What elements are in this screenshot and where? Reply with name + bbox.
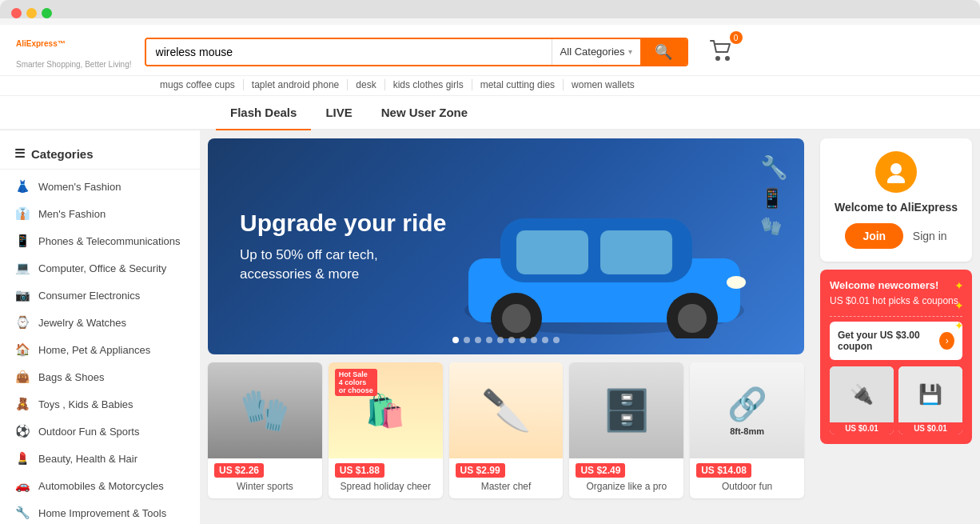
product-img-outdoor-fun: 🔗 8ft-8mm (690, 362, 804, 458)
search-button[interactable]: 🔍 (640, 39, 687, 65)
search-suggestion[interactable]: desk (348, 79, 384, 90)
banner-dot-1[interactable] (452, 337, 459, 343)
sidebar-item-electronics[interactable]: 📷 Consumer Electronics (0, 282, 200, 309)
nav-live[interactable]: LIVE (311, 96, 366, 129)
nav-flash-deals[interactable]: Flash Deals (216, 96, 311, 130)
product-master-chef[interactable]: 🔪 US $2.99 Master chef (449, 362, 564, 498)
banner-accessories: 🔧 📱 🧤 (760, 154, 788, 237)
sidebar-item-home-improvement[interactable]: 🔧 Home Improvement & Tools (0, 499, 200, 524)
beauty-icon: 💄 (14, 452, 30, 465)
svg-point-1 (725, 56, 730, 61)
search-icon: 🔍 (655, 44, 672, 60)
product-info-outdoor-fun: US $14.08 Outdoor fun (690, 458, 804, 498)
sidebar-item-toys[interactable]: 🧸 Toys , Kids & Babies (0, 390, 200, 418)
banner-dot-5[interactable] (497, 337, 504, 343)
header: AliExpress™ Smarter Shopping, Better Liv… (0, 25, 980, 76)
banner-subtitle: Up to 50% off car tech,accessories & mor… (240, 246, 446, 284)
mini-product-1[interactable]: 🔌 US $0.01 (830, 366, 894, 434)
chevron-down-icon: ▾ (628, 47, 632, 56)
product-price-holiday-cheer: US $1.88 (335, 463, 384, 478)
home-icon: 🏠 (14, 343, 30, 356)
nav-new-user-zone[interactable]: New User Zone (367, 96, 482, 129)
logo[interactable]: AliExpress™ Smarter Shopping, Better Liv… (16, 34, 132, 69)
cart-button[interactable]: 0 (707, 36, 736, 67)
mini-products: 🔌 US $0.01 💾 US $0.01 (830, 366, 962, 434)
search-input[interactable] (146, 39, 552, 65)
body-layout: ☰ Categories 👗 Women's Fashion 👔 Men's F… (0, 130, 980, 524)
close-dot[interactable] (11, 8, 22, 18)
product-info-master-chef: US $2.99 Master chef (449, 458, 564, 498)
svg-rect-5 (516, 230, 588, 274)
search-suggestion[interactable]: taplet android phone (244, 79, 348, 90)
banner-dot-7[interactable] (520, 337, 526, 343)
mini-product-2[interactable]: 💾 US $0.01 (898, 366, 962, 434)
hero-banner[interactable]: Upgrade your ride Up to 50% off car tech… (208, 138, 804, 354)
product-name-outdoor-fun: Outdoor fun (696, 481, 798, 492)
search-suggestion[interactable]: women wallets (564, 79, 643, 90)
product-info-organize: US $2.49 Organize like a pro (569, 458, 683, 498)
product-info-winter-sports: US $2.26 Winter sports (208, 458, 322, 498)
search-suggestion[interactable]: mugs coffee cups (160, 79, 244, 90)
banner-dot-3[interactable] (475, 337, 481, 343)
sidebar-item-home[interactable]: 🏠 Home, Pet & Appliances (0, 336, 200, 363)
navbar: Flash Deals LIVE New User Zone (0, 96, 980, 130)
sidebar-header: ☰ Categories (0, 138, 200, 170)
sparkles-decoration: ✦✦✦ (954, 276, 964, 337)
svg-point-8 (502, 304, 531, 333)
category-label: All Categories (560, 46, 625, 58)
sidebar-item-jewelry[interactable]: ⌚ Jewelry & Watches (0, 309, 200, 336)
womens-fashion-icon: 👗 (14, 180, 30, 193)
search-suggestion[interactable]: kids clothes girls (385, 79, 472, 90)
sidebar-item-phones[interactable]: 📱 Phones & Telecommunications (0, 227, 200, 254)
tools-icon: 🔧 (14, 506, 30, 519)
product-outdoor-fun[interactable]: 🔗 8ft-8mm US $14.08 Outdoor fun (690, 362, 804, 498)
main-content: Upgrade your ride Up to 50% off car tech… (200, 130, 812, 524)
product-price-outdoor-fun: US $14.08 (696, 463, 751, 478)
svg-point-11 (727, 276, 746, 289)
coupon-box[interactable]: Get your US $3.00 coupon › (830, 322, 962, 360)
outdoor-badge: 8ft-8mm (730, 426, 764, 436)
product-winter-sports[interactable]: 🧤 US $2.26 Winter sports (208, 362, 322, 498)
sidebar-item-computer[interactable]: 💻 Computer, Office & Security (0, 254, 200, 282)
sidebar-item-bags[interactable]: 👜 Bags & Shoes (0, 363, 200, 390)
banner-dot-6[interactable] (508, 337, 515, 343)
coupon-divider (830, 316, 962, 317)
coupon-text: Get your US $3.00 coupon (838, 330, 939, 352)
join-button[interactable]: Join (845, 223, 903, 249)
logo-tagline: Smarter Shopping, Better Living! (16, 60, 132, 69)
svg-point-12 (890, 163, 902, 174)
signin-button[interactable]: Sign in (913, 230, 947, 242)
sidebar-item-mens-fashion[interactable]: 👔 Men's Fashion (0, 200, 200, 227)
product-organize[interactable]: 🗄️ US $2.49 Organize like a pro (569, 362, 683, 498)
sidebar-item-womens-fashion[interactable]: 👗 Women's Fashion (0, 173, 200, 200)
minimize-dot[interactable] (26, 8, 37, 18)
product-price-organize: US $2.49 (576, 463, 625, 478)
banner-dot-2[interactable] (464, 337, 470, 343)
bags-icon: 👜 (14, 370, 30, 383)
banner-text: Upgrade your ride Up to 50% off car tech… (240, 209, 446, 284)
product-img-winter-sports: 🧤 (208, 362, 322, 458)
search-bar: All Categories ▾ 🔍 (145, 38, 688, 66)
right-panel: Welcome to AliExpress Join Sign in ✦✦✦ W… (812, 130, 980, 524)
sidebar-item-automobiles[interactable]: 🚗 Automobiles & Motorcycles (0, 472, 200, 499)
maximize-dot[interactable] (42, 8, 52, 18)
sidebar-item-outdoor[interactable]: ⚽ Outdoor Fun & Sports (0, 418, 200, 445)
newcomers-desc: US $0.01 hot picks & coupons (830, 294, 962, 308)
jewelry-icon: ⌚ (14, 316, 30, 329)
mini-product-price-1: US $0.01 (830, 422, 894, 434)
car-illustration (452, 170, 756, 338)
user-icon (885, 161, 907, 183)
banner-dot-4[interactable] (486, 337, 492, 343)
sidebar-item-beauty[interactable]: 💄 Beauty, Health & Hair (0, 445, 200, 472)
category-selector[interactable]: All Categories ▾ (552, 39, 640, 65)
newcomers-title: Welcome newcomers! (830, 279, 962, 291)
search-suggestion[interactable]: metal cutting dies (472, 79, 564, 90)
banner-dot-10[interactable] (553, 337, 560, 343)
product-holiday-cheer[interactable]: 🛍️ Hot Sale4 colorsor choose US $1.88 Sp… (329, 362, 443, 498)
banner-dot-8[interactable] (531, 337, 537, 343)
banner-title: Upgrade your ride (240, 209, 446, 238)
menu-icon: ☰ (14, 146, 25, 161)
search-suggestions: mugs coffee cupstaplet android phonedesk… (0, 76, 980, 96)
banner-dot-9[interactable] (542, 337, 548, 343)
coupon-arrow-button[interactable]: › (939, 332, 954, 350)
